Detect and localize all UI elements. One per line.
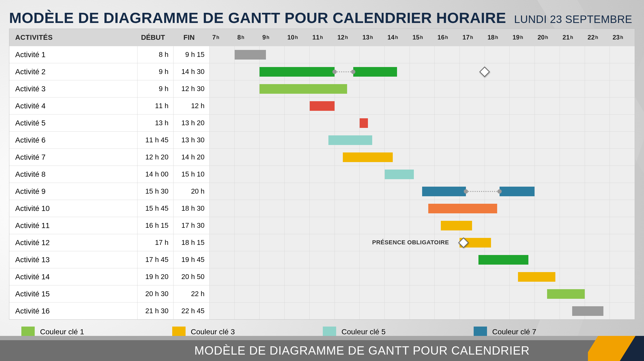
activity-start: 12 h 20 xyxy=(138,149,174,166)
activity-end: 19 h 45 xyxy=(174,251,210,268)
table-header: ACTIVITÉS DÉBUT FIN 7h8h9h10h11h12h13h14… xyxy=(9,29,635,46)
legend-label: Couleur clé 3 xyxy=(191,328,235,336)
gantt-bar xyxy=(518,272,555,282)
gantt-bar xyxy=(353,67,397,77)
table-row: Activité 9 15 h 30 20 h xyxy=(9,183,635,200)
header-start: DÉBUT xyxy=(138,29,174,46)
page-title: MODÈLE DE DIAGRAMME DE GANTT POUR CALEND… xyxy=(9,9,506,26)
table-row: Activité 5 13 h 13 h 20 xyxy=(9,114,635,131)
activity-name: Activité 3 xyxy=(9,80,138,97)
table-row: Activité 4 11 h 12 h xyxy=(9,97,635,114)
milestone-icon xyxy=(479,66,490,77)
activity-end: 17 h 30 xyxy=(174,217,210,234)
table-row: Activité 1 8 h 9 h 15 xyxy=(9,46,635,63)
activity-name: Activité 13 xyxy=(9,251,138,268)
svg-marker-5 xyxy=(459,238,468,248)
gantt-bar xyxy=(260,67,335,77)
activity-start: 17 h 45 xyxy=(138,251,174,268)
table-row: Activité 14 19 h 20 20 h 50 xyxy=(9,268,635,285)
legend-label: Couleur clé 7 xyxy=(492,328,536,336)
svg-marker-4 xyxy=(480,67,489,77)
gantt-bar xyxy=(328,135,372,145)
table-row: Activité 13 17 h 45 19 h 45 xyxy=(9,251,635,268)
table-row: Activité 11 16 h 15 17 h 30 xyxy=(9,217,635,234)
activity-name: Activité 14 xyxy=(9,268,138,285)
activity-start: 17 h xyxy=(138,234,174,251)
activity-start: 11 h xyxy=(138,97,174,114)
gantt-gap xyxy=(466,191,500,192)
activity-start: 15 h 45 xyxy=(138,200,174,217)
legend-item: Couleur clé 7 xyxy=(474,327,625,337)
row-timeline xyxy=(210,132,635,148)
gantt-gap xyxy=(335,71,353,72)
row-timeline xyxy=(210,217,635,234)
row-timeline xyxy=(210,183,635,200)
activity-end: 14 h 20 xyxy=(174,149,210,166)
table-row: Activité 16 21 h 30 22 h 45 xyxy=(9,302,635,319)
header-activity: ACTIVITÉS xyxy=(9,29,138,46)
activity-end: 20 h xyxy=(174,183,210,200)
table-row: Activité 10 15 h 45 18 h 30 xyxy=(9,200,635,217)
row-timeline xyxy=(210,115,635,131)
gantt-bar xyxy=(343,152,393,162)
legend-item: Couleur clé 3 xyxy=(172,327,323,337)
activity-name: Activité 7 xyxy=(9,149,138,166)
gantt-bar xyxy=(235,50,266,60)
activity-start: 8 h xyxy=(138,46,174,63)
gantt-bar xyxy=(428,204,497,213)
activity-name: Activité 1 xyxy=(9,46,138,63)
gantt-table: ACTIVITÉS DÉBUT FIN 7h8h9h10h11h12h13h14… xyxy=(9,29,635,320)
activity-end: 20 h 50 xyxy=(174,268,210,285)
activity-end: 12 h 30 xyxy=(174,80,210,97)
row-timeline xyxy=(210,166,635,183)
row-timeline xyxy=(210,251,635,268)
header-end: FIN xyxy=(174,29,210,46)
activity-end: 15 h 10 xyxy=(174,166,210,183)
table-row: Activité 8 14 h 00 15 h 10 xyxy=(9,166,635,183)
row-timeline xyxy=(210,285,635,302)
row-timeline xyxy=(210,200,635,217)
table-row: Activité 15 20 h 30 22 h xyxy=(9,285,635,302)
legend-label: Couleur clé 5 xyxy=(341,328,386,336)
gantt-bar xyxy=(360,118,368,128)
activity-name: Activité 15 xyxy=(9,285,138,302)
activity-end: 9 h 15 xyxy=(174,46,210,63)
row-timeline xyxy=(210,80,635,97)
table-row: Activité 6 11 h 45 13 h 30 xyxy=(9,131,635,148)
gantt-bar xyxy=(500,187,535,196)
row-timeline: PRÉSENCE OBLIGATOIRE xyxy=(210,234,635,251)
header-timeline: 7h8h9h10h11h12h13h14h15h16h17h18h19h20h2… xyxy=(210,29,635,46)
activity-end: 22 h 45 xyxy=(174,303,210,319)
gantt-note: PRÉSENCE OBLIGATOIRE xyxy=(372,239,449,246)
activity-end: 18 h 15 xyxy=(174,234,210,251)
activity-start: 11 h 45 xyxy=(138,132,174,148)
activity-name: Activité 9 xyxy=(9,183,138,200)
page-date: LUNDI 23 SEPTEMBRE xyxy=(514,13,635,25)
footer-text: MODÈLE DE DIAGRAMME DE GANTT POUR CALEND… xyxy=(114,344,530,357)
row-timeline xyxy=(210,303,635,319)
footer-chevron-icon xyxy=(588,336,644,361)
activity-name: Activité 8 xyxy=(9,166,138,183)
gantt-bar xyxy=(572,306,603,316)
row-timeline xyxy=(210,268,635,285)
activity-start: 14 h 00 xyxy=(138,166,174,183)
activity-start: 13 h xyxy=(138,115,174,131)
activity-name: Activité 10 xyxy=(9,200,138,217)
activity-start: 9 h xyxy=(138,63,174,80)
activity-end: 13 h 30 xyxy=(174,132,210,148)
legend-item: Couleur clé 1 xyxy=(21,327,172,337)
row-timeline xyxy=(210,63,635,80)
gantt-bar xyxy=(310,101,335,111)
row-timeline xyxy=(210,149,635,166)
table-row: Activité 2 9 h 14 h 30 xyxy=(9,63,635,80)
table-row: Activité 3 9 h 12 h 30 xyxy=(9,80,635,97)
row-timeline xyxy=(210,97,635,114)
activity-name: Activité 11 xyxy=(9,217,138,234)
legend-swatch xyxy=(21,327,35,337)
title-bar: MODÈLE DE DIAGRAMME DE GANTT POUR CALEND… xyxy=(9,9,635,26)
activity-name: Activité 6 xyxy=(9,132,138,148)
legend-swatch xyxy=(323,327,336,337)
activity-name: Activité 2 xyxy=(9,63,138,80)
activity-start: 16 h 15 xyxy=(138,217,174,234)
activity-name: Activité 5 xyxy=(9,115,138,131)
